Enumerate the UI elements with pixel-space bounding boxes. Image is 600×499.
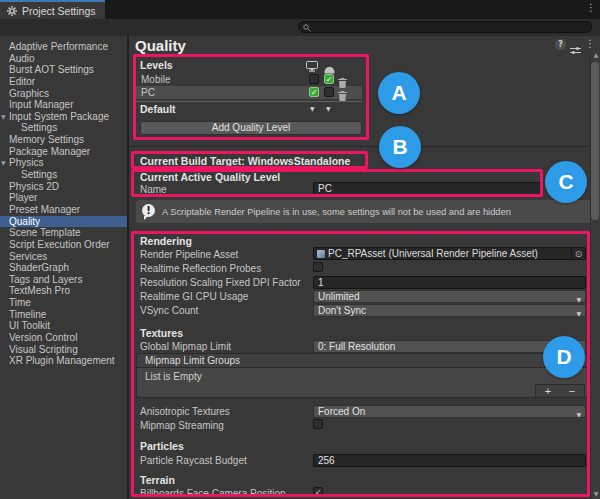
default-mobile-dropdown-icon[interactable]: ▼ — [326, 105, 331, 112]
gear-icon — [7, 2, 17, 20]
sidebar-item-input-system-package[interactable]: ▼Input System Package — [0, 111, 127, 123]
sidebar-item-audio[interactable]: Audio — [0, 53, 127, 65]
render-pipeline-asset-value: PC_RPAsset (Universal Render Pipeline As… — [328, 248, 538, 259]
sidebar-item-label: Input Manager — [9, 99, 74, 110]
sidebar-item-label: Tags and Layers — [9, 274, 82, 285]
mipmap-streaming-label: Mipmap Streaming — [140, 420, 224, 431]
name-label: Name — [140, 184, 167, 195]
add-item-button[interactable]: + — [536, 385, 560, 397]
scrollbar-thumb[interactable] — [591, 62, 599, 220]
sidebar-item-label: UI Toolkit — [9, 320, 50, 331]
global-mipmap-limit-value: 0: Full Resolution — [318, 341, 395, 352]
sidebar-item-label: Timeline — [9, 309, 46, 320]
gi-cpu-usage-dropdown[interactable]: Unlimited ▼ — [313, 290, 586, 303]
window-menu-icon[interactable]: ⋮ — [586, 2, 596, 13]
scroll-down-icon[interactable]: ▼ — [592, 490, 600, 497]
sidebar-item-physics-2d[interactable]: Physics 2D — [0, 181, 127, 193]
anisotropic-textures-dropdown[interactable]: Forced On ▼ — [313, 405, 586, 418]
annotation-circle-c: C — [545, 161, 587, 203]
default-desktop-dropdown-icon[interactable]: ▼ — [310, 105, 315, 112]
dpi-factor-label: Resolution Scaling Fixed DPI Factor — [140, 277, 301, 288]
sidebar-item-scene-template[interactable]: Scene Template — [0, 227, 127, 239]
sidebar-item-label: Editor — [9, 76, 35, 87]
preset-icon[interactable] — [570, 41, 581, 59]
sidebar-item-version-control[interactable]: Version Control — [0, 332, 127, 344]
sidebar-item-label: Physics — [9, 157, 43, 168]
sidebar-item-burst-aot-settings[interactable]: Burst AOT Settings — [0, 64, 127, 76]
foldout-triangle-icon[interactable]: ▼ — [1, 157, 6, 169]
page-title: Quality — [135, 37, 186, 54]
mipmap-streaming-checkbox[interactable] — [313, 419, 323, 429]
mobile-mobile-checkbox[interactable] — [324, 74, 334, 84]
sidebar-item-visual-scripting[interactable]: Visual Scripting — [0, 344, 127, 356]
terrain-header: Terrain — [140, 474, 175, 486]
search-icon — [303, 18, 311, 36]
vsync-count-value: Don't Sync — [318, 305, 366, 316]
sidebar-item-package-manager[interactable]: Package Manager — [0, 146, 127, 158]
foldout-triangle-icon[interactable]: ▼ — [1, 111, 6, 123]
vsync-count-dropdown[interactable]: Don't Sync ▼ — [313, 304, 586, 317]
object-picker-icon[interactable]: ⊙ — [571, 248, 585, 260]
add-quality-level-button[interactable]: Add Quality Level — [140, 121, 362, 135]
level-row-mobile-label[interactable]: Mobile — [141, 74, 170, 85]
sidebar-item-label: Package Manager — [9, 146, 90, 157]
remove-item-button[interactable]: − — [560, 385, 584, 397]
warning-text: A Scriptable Render Pipeline is in use, … — [162, 207, 511, 217]
sidebar-item-physics[interactable]: ▼Physics — [0, 157, 127, 169]
pc-desktop-checkbox[interactable] — [309, 87, 319, 97]
sidebar-item-label: Version Control — [9, 332, 77, 343]
sidebar-item-script-execution-order[interactable]: Script Execution Order — [0, 239, 127, 251]
sidebar-item-ui-toolkit[interactable]: UI Toolkit — [0, 320, 127, 332]
sidebar-item-label: Graphics — [9, 88, 49, 99]
sidebar-item-label: Input System Package — [9, 111, 109, 122]
sidebar-item-shadergraph[interactable]: ShaderGraph — [0, 262, 127, 274]
sidebar-item-preset-manager[interactable]: Preset Manager — [0, 204, 127, 216]
sidebar-item-memory-settings[interactable]: Memory Settings — [0, 134, 127, 146]
sidebar-item-label: Scene Template — [9, 227, 81, 238]
render-pipeline-asset-field[interactable]: PC_RPAsset (Universal Render Pipeline As… — [313, 247, 586, 260]
sidebar-item-time[interactable]: Time — [0, 297, 127, 309]
billboards-face-camera-checkbox[interactable] — [313, 487, 323, 497]
sidebar-item-quality[interactable]: Quality — [0, 216, 127, 228]
project-settings-window: Project Settings ⋮ Adaptive PerformanceA… — [0, 0, 600, 499]
sidebar-item-editor[interactable]: Editor — [0, 76, 127, 88]
sidebar-item-adaptive-performance[interactable]: Adaptive Performance — [0, 41, 127, 53]
sidebar-item-player[interactable]: Player — [0, 192, 127, 204]
sidebar-item-label: Physics 2D — [9, 181, 59, 192]
sidebar-item-settings[interactable]: Settings — [0, 169, 127, 181]
sidebar-item-tags-and-layers[interactable]: Tags and Layers — [0, 274, 127, 286]
gi-cpu-usage-value: Unlimited — [318, 291, 360, 302]
sidebar-item-label: Audio — [9, 53, 35, 64]
panel-menu-icon[interactable]: ⋮ — [585, 38, 595, 49]
realtime-reflection-probes-checkbox[interactable] — [313, 262, 323, 272]
tab-project-settings[interactable]: Project Settings — [0, 0, 105, 19]
search-input[interactable] — [298, 21, 592, 33]
default-row-label: Default — [140, 103, 176, 115]
mobile-desktop-checkbox[interactable] — [309, 74, 319, 84]
current-build-target-label: Current Build Target: WindowsStandalone — [140, 155, 350, 167]
textures-header: Textures — [140, 327, 183, 339]
sidebar-item-timeline[interactable]: Timeline — [0, 309, 127, 321]
pc-mobile-checkbox[interactable] — [324, 87, 334, 97]
levels-divider — [134, 101, 362, 102]
sidebar-item-xr-plugin-management[interactable]: XR Plugin Management — [0, 355, 127, 367]
dpi-factor-field[interactable]: 1 — [313, 276, 586, 289]
sidebar-item-settings[interactable]: Settings — [0, 122, 127, 134]
sidebar-item-services[interactable]: Services — [0, 251, 127, 263]
sidebar-item-graphics[interactable]: Graphics — [0, 88, 127, 100]
pc-trash-icon[interactable] — [338, 87, 347, 105]
mipmap-limit-groups-header[interactable]: Mipmap Limit Groups — [137, 354, 587, 368]
particle-raycast-budget-field[interactable]: 256 — [313, 454, 586, 467]
scroll-up-icon[interactable]: ▲ — [592, 51, 600, 58]
gi-cpu-usage-label: Realtime GI CPU Usage — [140, 291, 248, 302]
sidebar-item-label: Settings — [21, 169, 57, 180]
name-field[interactable]: PC — [313, 182, 541, 195]
sidebar-item-label: Settings — [21, 122, 57, 133]
help-icon[interactable]: ? — [555, 39, 566, 50]
srp-warning-banner: ! A Scriptable Render Pipeline is in use… — [136, 200, 593, 223]
level-row-pc-label[interactable]: PC — [141, 87, 155, 98]
sidebar-item-textmesh-pro[interactable]: TextMesh Pro — [0, 285, 127, 297]
sidebar-item-label: XR Plugin Management — [9, 355, 115, 366]
sidebar-item-input-manager[interactable]: Input Manager — [0, 99, 127, 111]
sidebar-item-label: Burst AOT Settings — [9, 64, 94, 75]
